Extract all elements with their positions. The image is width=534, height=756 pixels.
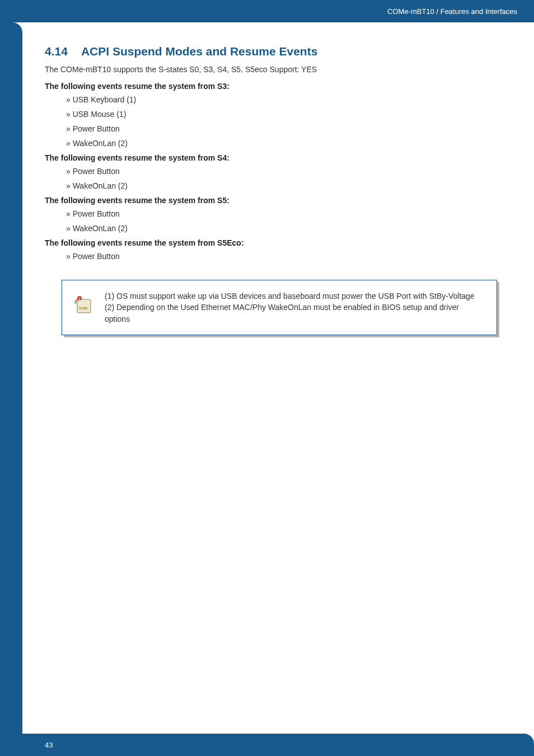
list-item: » Power Button	[66, 124, 498, 133]
note-box: note (1) OS must support wake up via USB…	[62, 280, 497, 335]
note-text: (1) OS must support wake up via USB devi…	[105, 290, 484, 325]
section-number: 4.14	[45, 45, 68, 58]
list-item: » WakeOnLan (2)	[66, 139, 498, 148]
section-heading-text: ACPI Suspend Modes and Resume Events	[81, 45, 317, 58]
list-item: » USB Keyboard (1)	[66, 95, 498, 104]
page-content: 4.14ACPI Suspend Modes and Resume Events…	[45, 45, 498, 335]
group-list-s3: » USB Keyboard (1) » USB Mouse (1) » Pow…	[66, 95, 498, 148]
page-footer: 43	[0, 734, 534, 756]
group-list-s5: » Power Button » WakeOnLan (2)	[66, 209, 498, 233]
page-header: COMe-mBT10 / Features and Interfaces	[0, 0, 534, 22]
page-number: 43	[45, 741, 53, 749]
side-stripe	[0, 22, 22, 734]
section-title: 4.14ACPI Suspend Modes and Resume Events	[45, 45, 498, 58]
list-item: » USB Mouse (1)	[66, 110, 498, 119]
group-heading: The following events resume the system f…	[45, 238, 498, 247]
group-list-s5eco: » Power Button	[66, 252, 498, 261]
svg-rect-3	[79, 297, 80, 300]
group-heading: The following events resume the system f…	[45, 153, 498, 162]
list-item: » Power Button	[66, 209, 498, 218]
breadcrumb: COMe-mBT10 / Features and Interfaces	[387, 7, 517, 16]
list-item: » WakeOnLan (2)	[66, 181, 498, 190]
group-heading: The following events resume the system f…	[45, 82, 498, 91]
note-line-1: (1) OS must support wake up via USB devi…	[105, 290, 484, 302]
note-line-2: (2) Depending on the Used Ethernet MAC/P…	[105, 302, 484, 325]
list-item: » Power Button	[66, 252, 498, 261]
list-item: » Power Button	[66, 167, 498, 176]
intro-paragraph: The COMe-mBT10 supports the S-states S0,…	[45, 65, 498, 74]
svg-text:note: note	[79, 306, 88, 311]
list-item: » WakeOnLan (2)	[66, 224, 498, 233]
group-list-s4: » Power Button » WakeOnLan (2)	[66, 167, 498, 190]
note-icon: note	[74, 294, 95, 318]
group-heading: The following events resume the system f…	[45, 196, 498, 205]
